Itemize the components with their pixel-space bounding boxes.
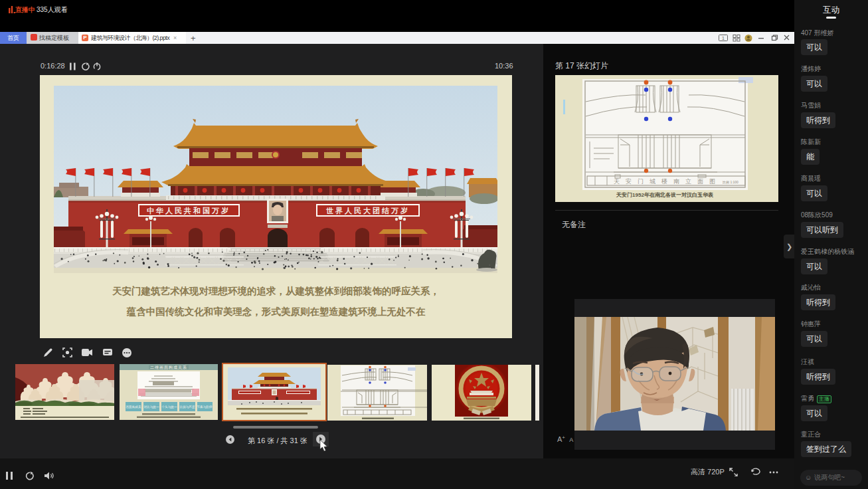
svg-text:城: 城 bbox=[649, 178, 655, 185]
svg-text:安: 安 bbox=[626, 178, 632, 185]
svg-text:比例 1:100: 比例 1:100 bbox=[723, 180, 738, 185]
svg-text:中华人民共和国万岁: 中华人民共和国万岁 bbox=[147, 207, 230, 215]
svg-text:立: 立 bbox=[685, 178, 691, 185]
svg-text:画面构成美: 画面构成美 bbox=[126, 405, 141, 409]
svg-text:面: 面 bbox=[697, 178, 703, 185]
svg-text:南: 南 bbox=[673, 178, 679, 185]
svg-text:楼: 楼 bbox=[661, 178, 667, 185]
svg-text:二维画面构成关系: 二维画面构成关系 bbox=[150, 365, 187, 370]
svg-text:世界人民大团结万岁: 世界人民大团结万岁 bbox=[326, 207, 410, 215]
svg-text:天安门1952年在南北各设一对汉白玉华表: 天安门1952年在南北各设一对汉白玉华表 bbox=[616, 191, 714, 198]
svg-text:天: 天 bbox=[614, 178, 620, 185]
svg-text:图: 图 bbox=[709, 178, 715, 185]
svg-text:节奏与韵律: 节奏与韵律 bbox=[197, 405, 213, 409]
svg-text:1: 1 bbox=[722, 36, 725, 41]
svg-text:门: 门 bbox=[638, 178, 644, 185]
